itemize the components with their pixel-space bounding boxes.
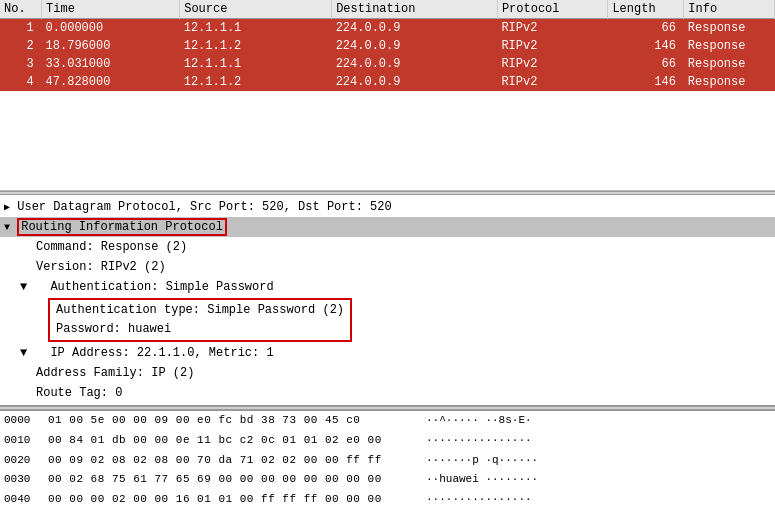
cell-source: 12.1.1.1 — [180, 19, 332, 38]
cell-protocol: RIPv2 — [497, 19, 608, 38]
hex-bytes: 01 00 5e 00 00 09 00 e0 fc bd 38 73 00 4… — [48, 412, 418, 430]
hex-bytes: 00 00 00 02 00 00 16 01 01 00 ff ff ff 0… — [48, 491, 418, 509]
cell-no: 2 — [0, 37, 42, 55]
cell-info: Response — [684, 55, 775, 73]
cell-info: Response — [684, 37, 775, 55]
table-row[interactable]: 3 33.031000 12.1.1.1 224.0.0.9 RIPv2 66 … — [0, 55, 775, 73]
address-family-item: Address Family: IP (2) — [0, 363, 775, 383]
col-length: Length — [608, 0, 684, 19]
version-label: Version: RIPv2 (2) — [4, 260, 166, 274]
cell-time: 33.031000 — [42, 55, 180, 73]
route-tag-label: Route Tag: 0 — [4, 386, 122, 400]
auth-type-line: Authentication type: Simple Password (2) — [56, 301, 344, 320]
version-tree-item: Version: RIPv2 (2) — [0, 257, 775, 277]
col-protocol: Protocol — [497, 0, 608, 19]
hex-ascii: ················ — [426, 432, 532, 450]
cell-time: 18.796000 — [42, 37, 180, 55]
auth-box: Authentication type: Simple Password (2)… — [48, 298, 352, 342]
hex-offset: 0040 — [4, 491, 40, 509]
hex-bytes: 00 84 01 db 00 00 0e 11 bc c2 0c 01 01 0… — [48, 432, 418, 450]
cell-no: 1 — [0, 19, 42, 38]
cell-source: 12.1.1.2 — [180, 37, 332, 55]
cell-length: 146 — [608, 73, 684, 91]
col-source: Source — [180, 0, 332, 19]
collapse-icon-ip: ▼ — [4, 346, 27, 360]
cell-source: 12.1.1.2 — [180, 73, 332, 91]
hex-row: 0020 00 09 02 08 02 08 00 70 da 71 02 02… — [0, 451, 775, 471]
expand-icon-udp: ▶ — [4, 202, 10, 213]
cell-destination: 224.0.0.9 — [332, 55, 498, 73]
hex-bytes: 00 09 02 08 02 08 00 70 da 71 02 02 00 0… — [48, 452, 418, 470]
rip-label: Routing Information Protocol — [17, 218, 227, 236]
col-info: Info — [684, 0, 775, 19]
command-label: Command: Response (2) — [4, 240, 187, 254]
udp-label: User Datagram Protocol, Src Port: 520, D… — [17, 200, 391, 214]
table-header-row: No. Time Source Destination Protocol Len… — [0, 0, 775, 19]
collapse-icon-auth: ▼ — [4, 280, 27, 294]
packet-table: No. Time Source Destination Protocol Len… — [0, 0, 775, 91]
cell-protocol: RIPv2 — [497, 37, 608, 55]
auth-box-container: Authentication type: Simple Password (2)… — [0, 298, 775, 342]
hex-row: 0040 00 00 00 02 00 00 16 01 01 00 ff ff… — [0, 490, 775, 509]
hex-bytes: 00 02 68 75 61 77 65 69 00 00 00 00 00 0… — [48, 471, 418, 489]
cell-time: 0.000000 — [42, 19, 180, 38]
hex-ascii: ················ — [426, 491, 532, 509]
cell-no: 3 — [0, 55, 42, 73]
password-line: Password: huawei — [56, 320, 344, 339]
cell-no: 4 — [0, 73, 42, 91]
cell-length: 66 — [608, 19, 684, 38]
command-tree-item: Command: Response (2) — [0, 237, 775, 257]
hex-row: 0030 00 02 68 75 61 77 65 69 00 00 00 00… — [0, 470, 775, 490]
hex-offset: 0030 — [4, 471, 40, 489]
hex-ascii: ··^····· ··8s·E· — [426, 412, 532, 430]
route-tag-item: Route Tag: 0 — [0, 383, 775, 403]
table-row[interactable]: 4 47.828000 12.1.1.2 224.0.0.9 RIPv2 146… — [0, 73, 775, 91]
hex-ascii: ·······p ·q······ — [426, 452, 538, 470]
cell-time: 47.828000 — [42, 73, 180, 91]
protocol-tree-panel: ▶ User Datagram Protocol, Src Port: 520,… — [0, 195, 775, 406]
cell-protocol: RIPv2 — [497, 73, 608, 91]
cell-info: Response — [684, 19, 775, 38]
col-destination: Destination — [332, 0, 498, 19]
hex-offset: 0000 — [4, 412, 40, 430]
hex-offset: 0020 — [4, 452, 40, 470]
hex-dump-panel: 0000 01 00 5e 00 00 09 00 e0 fc bd 38 73… — [0, 410, 775, 509]
cell-destination: 224.0.0.9 — [332, 37, 498, 55]
auth-section-item[interactable]: ▼ Authentication: Simple Password — [0, 277, 775, 297]
cell-source: 12.1.1.1 — [180, 55, 332, 73]
cell-protocol: RIPv2 — [497, 55, 608, 73]
table-row[interactable]: 2 18.796000 12.1.1.2 224.0.0.9 RIPv2 146… — [0, 37, 775, 55]
hex-row: 0010 00 84 01 db 00 00 0e 11 bc c2 0c 01… — [0, 431, 775, 451]
cell-info: Response — [684, 73, 775, 91]
rip-tree-item[interactable]: ▼ Routing Information Protocol — [0, 217, 775, 237]
table-row[interactable]: 1 0.000000 12.1.1.1 224.0.0.9 RIPv2 66 R… — [0, 19, 775, 38]
collapse-icon-rip: ▼ — [4, 222, 10, 233]
cell-destination: 224.0.0.9 — [332, 19, 498, 38]
col-no: No. — [0, 0, 42, 19]
auth-section-label: Authentication: Simple Password — [34, 280, 273, 294]
address-family-label: Address Family: IP (2) — [4, 366, 194, 380]
hex-row: 0000 01 00 5e 00 00 09 00 e0 fc bd 38 73… — [0, 411, 775, 431]
ip-address-item[interactable]: ▼ IP Address: 22.1.1.0, Metric: 1 — [0, 343, 775, 363]
udp-tree-item[interactable]: ▶ User Datagram Protocol, Src Port: 520,… — [0, 197, 775, 217]
col-time: Time — [42, 0, 180, 19]
cell-length: 66 — [608, 55, 684, 73]
ip-address-label: IP Address: 22.1.1.0, Metric: 1 — [34, 346, 273, 360]
cell-length: 146 — [608, 37, 684, 55]
cell-destination: 224.0.0.9 — [332, 73, 498, 91]
hex-ascii: ··huawei ········ — [426, 471, 538, 489]
hex-offset: 0010 — [4, 432, 40, 450]
